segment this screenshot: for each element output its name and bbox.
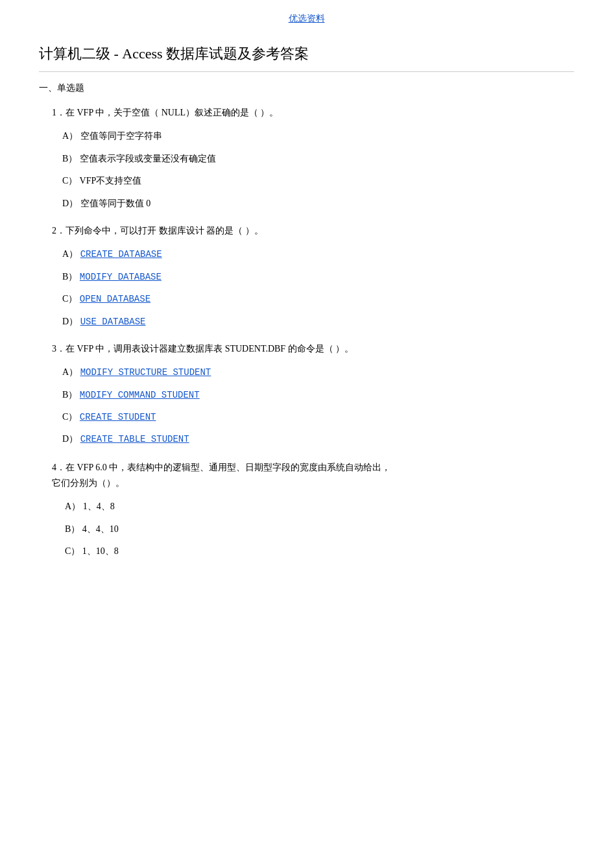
question-1-option-a: A） 空值等同于空字符串 xyxy=(52,129,574,143)
question-2-option-d: D） USE DATABASE xyxy=(52,315,574,329)
title-text: 计算机二级 - Access 数据库试题及参考答案 xyxy=(39,45,309,62)
question-4: 4．在 VFP 6.0 中，表结构中的逻辑型、通用型、日期型字段的宽度由系统自动… xyxy=(39,460,574,559)
question-1: 1．在 VFP 中，关于空值（ NULL）叙述正确的是（ ）。 A） 空值等同于… xyxy=(39,106,574,211)
question-4-option-c: C） 1、10、8 xyxy=(52,544,574,559)
question-1-option-b: B） 空值表示字段或变量还没有确定值 xyxy=(52,152,574,166)
question-3-option-d: D） CREATE TABLE STUDENT xyxy=(52,432,574,446)
question-2-option-c: C） OPEN DATABASE xyxy=(52,292,574,306)
question-1-option-c: C） VFP不支持空值 xyxy=(52,174,574,188)
page-title: 计算机二级 - Access 数据库试题及参考答案 xyxy=(39,44,574,64)
question-2-option-a: A） CREATE DATABASE xyxy=(52,247,574,261)
page-container: 优选资料 计算机二级 - Access 数据库试题及参考答案 一、单选题 1．在… xyxy=(0,0,613,868)
question-2: 2．下列命令中，可以打开 数据库设计 器的是（ ）。 A） CREATE DAT… xyxy=(39,224,574,329)
section-divider xyxy=(39,71,574,72)
question-3-option-b: B） MODIFY COMMAND STUDENT xyxy=(52,388,574,402)
question-3-text: 3．在 VFP 中，调用表设计器建立数据库表 STUDENT.DBF 的命令是（… xyxy=(52,342,574,356)
question-3: 3．在 VFP 中，调用表设计器建立数据库表 STUDENT.DBF 的命令是（… xyxy=(39,342,574,447)
question-1-option-d: D） 空值等同于数值 0 xyxy=(52,197,574,211)
question-2-text: 2．下列命令中，可以打开 数据库设计 器的是（ ）。 xyxy=(52,224,574,238)
question-3-option-c: C） CREATE STUDENT xyxy=(52,410,574,424)
question-3-option-a: A） MODIFY STRUCTURE STUDENT xyxy=(52,365,574,380)
question-1-text: 1．在 VFP 中，关于空值（ NULL）叙述正确的是（ ）。 xyxy=(52,106,574,120)
question-4-text: 4．在 VFP 6.0 中，表结构中的逻辑型、通用型、日期型字段的宽度由系统自动… xyxy=(52,460,574,491)
top-link[interactable]: 优选资料 xyxy=(289,14,325,23)
top-link-container: 优选资料 xyxy=(0,13,613,25)
main-content: 计算机二级 - Access 数据库试题及参考答案 一、单选题 1．在 VFP … xyxy=(39,44,574,559)
question-4-option-a: A） 1、4、8 xyxy=(52,500,574,514)
question-4-option-b: B） 4、4、10 xyxy=(52,522,574,536)
section-title: 一、单选题 xyxy=(39,82,574,94)
question-2-option-b: B） MODIFY DATABASE xyxy=(52,270,574,284)
